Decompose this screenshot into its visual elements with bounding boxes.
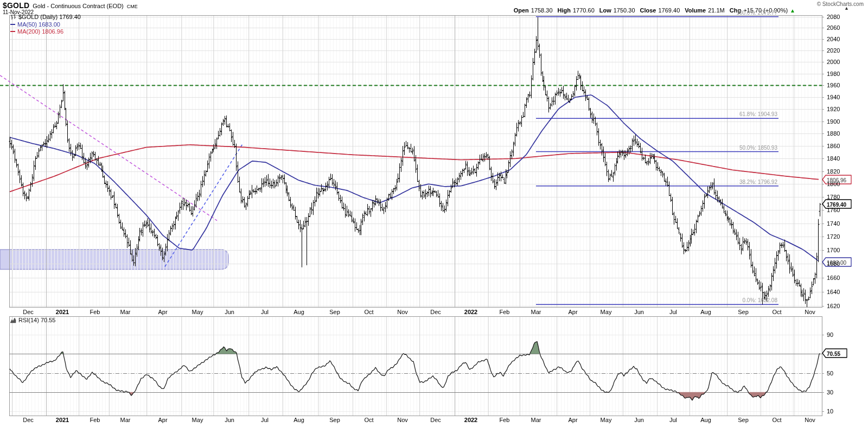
price-axis-tick-1920: 1920	[827, 106, 840, 112]
rsi-xaxis-month-Aug: Aug	[700, 417, 711, 423]
xaxis-month-Aug: Aug	[293, 309, 304, 315]
rsi-axis-tick-10: 10	[827, 408, 833, 414]
xaxis-month-Jul: Jul	[669, 309, 677, 315]
xaxis-month-Dec: Dec	[430, 309, 441, 315]
rsi-xaxis-month-2022: 2022	[464, 417, 477, 423]
rsi-xaxis-month-Mar: Mar	[120, 417, 131, 423]
rsi-axis-tick-90: 90	[827, 331, 833, 338]
rsi-xaxis-month-Apr: Apr	[158, 417, 167, 423]
rsi-xaxis-month-Mar: Mar	[531, 417, 541, 423]
ma50-legend-label: MA(50) 1683.00	[17, 21, 60, 28]
exchange-label: CME	[127, 4, 138, 9]
xaxis-month-Nov: Nov	[805, 309, 815, 315]
price-legend[interactable]: $GOLD (Daily) 1769.40	[10, 14, 81, 20]
quote-value-high: 1770.60	[573, 7, 595, 14]
rsi-xaxis-month-Dec: Dec	[23, 417, 34, 423]
price-tag-1806.96: 1806.96	[827, 177, 846, 183]
price-axis-tick-1860: 1860	[827, 143, 840, 149]
price-axis-tick-1700: 1700	[827, 247, 840, 253]
price-rsi-chart-canvas[interactable]	[0, 0, 868, 434]
fib-label-38.2: 38.2%: 1796.92	[739, 179, 777, 185]
price-axis-tick-1640: 1640	[827, 289, 840, 295]
price-axis-tick-1660: 1660	[827, 275, 840, 281]
rsi-xaxis-month-Feb: Feb	[500, 417, 510, 423]
ma200-legend-label: MA(200) 1806.96	[17, 28, 63, 35]
price-axis-tick-1760: 1760	[827, 207, 840, 213]
price-axis-tick-2080: 2080	[827, 14, 840, 20]
ohlc-style-icon	[10, 14, 16, 20]
price-axis-tick-1960: 1960	[827, 82, 840, 88]
xaxis-month-Mar: Mar	[120, 309, 131, 315]
fib-label-61.8: 61.8%: 1904.93	[739, 111, 777, 117]
rsi-indicator-icon	[10, 317, 16, 323]
rsi-legend-label: RSI(14) 70.55	[18, 317, 55, 323]
price-axis-tick-2000: 2000	[827, 59, 840, 65]
price-axis-tick-1720: 1720	[827, 233, 840, 240]
quote-label-close: Close	[640, 7, 656, 14]
quote-label-open: Open	[514, 7, 529, 14]
stockcharts-credit[interactable]: © StockCharts.com	[817, 1, 864, 7]
rsi-xaxis-month-Nov: Nov	[397, 417, 408, 423]
rsi-legend[interactable]: RSI(14) 70.55	[10, 317, 55, 323]
rsi-xaxis-month-Sep: Sep	[329, 417, 340, 423]
fib-label-100.0: 100.0%: 2079.77	[736, 10, 777, 16]
ma200-legend[interactable]: MA(200) 1806.96	[10, 28, 63, 35]
price-axis-tick-2040: 2040	[827, 36, 840, 42]
rsi-xaxis-month-2021: 2021	[56, 417, 69, 423]
rsi-xaxis-month-Sep: Sep	[738, 417, 749, 423]
rsi-value-tag: 70.55	[827, 351, 840, 357]
price-axis-tick-1900: 1900	[827, 118, 840, 125]
xaxis-month-May: May	[192, 309, 203, 315]
xaxis-month-Jun: Jun	[634, 309, 644, 315]
xaxis-month-Oct: Oct	[364, 309, 373, 315]
fib-label-50.0: 50.0%: 1850.93	[739, 145, 777, 151]
rsi-xaxis-month-Jul: Jul	[261, 417, 269, 423]
price-axis-tick-1980: 1980	[827, 71, 840, 77]
price-axis-tick-1940: 1940	[827, 94, 840, 100]
quote-label-high: High	[558, 7, 571, 14]
xaxis-month-Dec: Dec	[23, 309, 34, 315]
rsi-xaxis-month-May: May	[601, 417, 612, 423]
rsi-xaxis-month-Aug: Aug	[293, 417, 304, 423]
xaxis-month-Apr: Apr	[158, 309, 167, 315]
quote-value-close: 1769.40	[658, 7, 680, 14]
xaxis-month-Oct: Oct	[772, 309, 781, 315]
ma200-swatch-icon	[10, 31, 15, 32]
quote-value-open: 1758.30	[531, 7, 553, 14]
price-axis-tick-2060: 2060	[827, 24, 840, 31]
xaxis-month-May: May	[601, 309, 612, 315]
price-axis-tick-1740: 1740	[827, 220, 840, 227]
xaxis-month-Aug: Aug	[700, 309, 711, 315]
xaxis-month-Sep: Sep	[329, 309, 340, 315]
ma50-swatch-icon	[10, 24, 15, 25]
ma50-legend[interactable]: MA(50) 1683.00	[10, 21, 60, 28]
xaxis-month-2021: 2021	[56, 309, 69, 315]
scroll-up-icon[interactable]: ▲	[844, 5, 849, 11]
rsi-xaxis-month-Jul: Jul	[669, 417, 677, 423]
symbol-label: $GOLD	[3, 1, 29, 10]
price-axis-tick-1780: 1780	[827, 194, 840, 200]
xaxis-month-Feb: Feb	[90, 309, 100, 315]
xaxis-month-Mar: Mar	[531, 309, 541, 315]
rsi-xaxis-month-Feb: Feb	[90, 417, 100, 423]
price-axis-tick-1880: 1880	[827, 130, 840, 137]
fib-label-0.0: 0.0%: 1622.08	[743, 297, 778, 303]
quote-value-low: 1750.30	[614, 7, 635, 14]
rsi-xaxis-month-Dec: Dec	[430, 417, 441, 423]
xaxis-month-Jun: Jun	[225, 309, 234, 315]
rsi-axis-tick-30: 30	[827, 389, 833, 395]
xaxis-month-Apr: Apr	[568, 309, 577, 315]
quote-label-volume: Volume	[685, 7, 706, 14]
price-tag-1683.00: 1683.00	[827, 260, 846, 266]
xaxis-month-Feb: Feb	[500, 309, 510, 315]
rsi-xaxis-month-May: May	[192, 417, 203, 423]
rsi-xaxis-month-Jun: Jun	[634, 417, 644, 423]
price-axis-tick-2020: 2020	[827, 47, 840, 54]
quote-label-low: Low	[599, 7, 611, 14]
rsi-xaxis-month-Oct: Oct	[364, 417, 373, 423]
rsi-xaxis-month-Apr: Apr	[568, 417, 577, 423]
price-axis-tick-1840: 1840	[827, 155, 840, 162]
xaxis-month-Jul: Jul	[261, 309, 269, 315]
price-tag-1769.40: 1769.40	[827, 202, 846, 208]
xaxis-month-2022: 2022	[464, 309, 477, 315]
